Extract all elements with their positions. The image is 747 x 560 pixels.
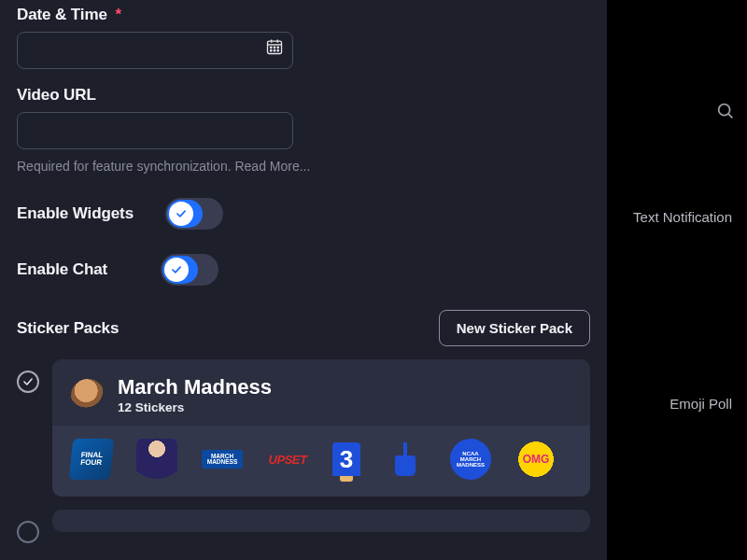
datetime-label: Date & Time *	[17, 6, 590, 24]
pack-header: March Madness 12 Stickers	[52, 359, 590, 426]
pack-avatar	[71, 379, 105, 413]
calendar-icon[interactable]	[265, 37, 284, 56]
video-url-input[interactable]	[17, 112, 293, 149]
pack-select-radio[interactable]	[17, 521, 39, 543]
svg-point-0	[719, 105, 730, 116]
svg-point-11	[277, 49, 279, 50]
sticker-foam-finger[interactable]	[385, 439, 426, 480]
pack-select-radio[interactable]	[17, 371, 39, 393]
toggle-knob	[169, 202, 193, 226]
datetime-label-text: Date & Time	[17, 6, 107, 23]
pack-title: March Madness	[118, 376, 272, 399]
settings-panel: Date & Time * Video URL Required for fea…	[0, 0, 607, 560]
svg-point-9	[271, 49, 273, 50]
video-url-helper-text: Required for feature synchronization.	[17, 159, 232, 174]
enable-chat-toggle[interactable]	[161, 254, 218, 286]
video-url-label: Video URL	[17, 86, 590, 105]
sticker-omg[interactable]: OMG	[515, 439, 557, 480]
enable-widgets-toggle[interactable]	[165, 198, 223, 230]
sticker-pack-card[interactable]: March Madness 12 Stickers FINAL FOUR MAR…	[52, 359, 590, 497]
svg-point-8	[277, 47, 279, 49]
video-url-helper: Required for feature synchronization. Re…	[17, 159, 590, 174]
field-video-url: Video URL Required for feature synchroni…	[17, 86, 590, 174]
sticker-packs-label: Sticker Packs	[17, 319, 119, 338]
svg-line-1	[728, 114, 732, 118]
sticker-packs-header: Sticker Packs New Sticker Pack	[17, 310, 590, 346]
toggle-row-chat: Enable Chat	[17, 254, 590, 286]
sticker-foam-three[interactable]: 3	[332, 442, 360, 476]
sticker-march-madness-logo[interactable]: MARCH MADNESS	[202, 450, 243, 469]
sticker-pack-row	[17, 510, 590, 543]
svg-point-7	[274, 47, 275, 49]
sticker-strip: FINAL FOUR MARCH MADNESS UPSET 3 NCAA MA…	[52, 426, 590, 497]
toggle-knob	[164, 258, 189, 282]
required-mark: *	[115, 6, 121, 23]
datetime-input[interactable]	[17, 32, 293, 69]
sticker-upset[interactable]: UPSET	[267, 439, 308, 480]
sticker-pack-card[interactable]	[52, 510, 590, 532]
toggle-row-widgets: Enable Widgets	[17, 198, 590, 230]
svg-point-10	[274, 49, 275, 50]
side-text-notification[interactable]: Text Notification	[633, 209, 732, 225]
svg-point-6	[271, 47, 273, 49]
video-url-read-more-link[interactable]: Read More...	[234, 159, 310, 174]
sticker-ncaa-badge[interactable]: NCAA MARCH MADNESS	[450, 439, 491, 480]
search-icon[interactable]	[715, 101, 736, 121]
side-emoji-poll[interactable]: Emoji Poll	[669, 396, 732, 412]
field-datetime: Date & Time *	[17, 6, 590, 69]
pack-count: 12 Stickers	[118, 400, 272, 414]
new-sticker-pack-button[interactable]: New Sticker Pack	[439, 310, 590, 346]
sticker-final-four[interactable]: FINAL FOUR	[69, 439, 115, 480]
enable-widgets-label: Enable Widgets	[17, 204, 134, 223]
enable-chat-label: Enable Chat	[17, 260, 129, 279]
sticker-pack-row: March Madness 12 Stickers FINAL FOUR MAR…	[17, 359, 590, 497]
sticker-player-yell[interactable]	[136, 439, 177, 480]
